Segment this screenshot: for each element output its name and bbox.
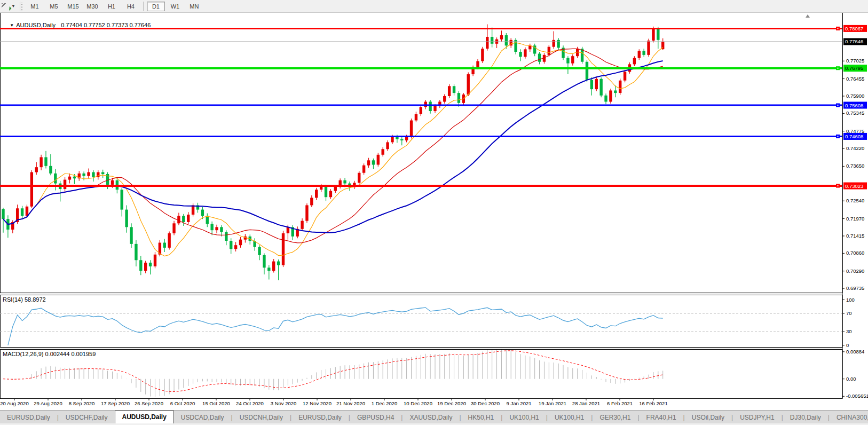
candle-body bbox=[571, 56, 574, 63]
chart-tab-eurusd-daily[interactable]: EURUSD,Daily bbox=[0, 412, 57, 423]
candle-body bbox=[234, 245, 237, 249]
candle-body bbox=[448, 86, 451, 96]
timeframe-button-mn[interactable]: MN bbox=[185, 2, 203, 11]
timeframe-button-m15[interactable]: M15 bbox=[64, 2, 82, 11]
candle-body bbox=[163, 243, 166, 248]
candle-body bbox=[2, 209, 4, 219]
candle-body bbox=[49, 166, 52, 174]
candle-body bbox=[405, 137, 408, 140]
candle-body bbox=[35, 167, 38, 172]
macd-tick-label: 0.00 bbox=[846, 376, 856, 382]
candle-body bbox=[320, 186, 322, 190]
candle-body bbox=[30, 172, 33, 207]
chart-tab-uk100-h1[interactable]: UK100,H1 bbox=[548, 412, 591, 423]
panel-splitter[interactable] bbox=[0, 293, 842, 295]
candle-body bbox=[362, 166, 365, 173]
candle-body bbox=[125, 210, 128, 227]
candle-body bbox=[538, 54, 541, 62]
candle-body bbox=[68, 177, 71, 180]
candle-body bbox=[604, 96, 607, 102]
chart-tab-china300-h1[interactable]: CHINA300,H1 bbox=[830, 412, 868, 423]
timeframe-button-w1[interactable]: W1 bbox=[166, 2, 184, 11]
timeframe-button-m1[interactable]: M1 bbox=[26, 2, 44, 11]
date-tick-label: 29 Aug 2020 bbox=[34, 400, 62, 406]
chart-tab-usdjpy-h1[interactable]: USDJPY,H1 bbox=[733, 412, 781, 423]
candle-body bbox=[263, 255, 265, 267]
chart-tab-fra40-h1[interactable]: FRA40,H1 bbox=[640, 412, 683, 423]
price-tick-label: 0.71415 bbox=[846, 233, 864, 239]
price-tick-label: 0.70860 bbox=[846, 250, 864, 256]
toolbar-grip[interactable] bbox=[20, 2, 23, 11]
chart-tab-usdchf-daily[interactable]: USDCHF,Daily bbox=[59, 412, 115, 423]
collapse-triangle-icon[interactable]: ▼ bbox=[10, 23, 14, 28]
price-tick-label: 0.72540 bbox=[846, 198, 864, 203]
candle-body bbox=[433, 106, 436, 111]
chart-tab-ger30-h1[interactable]: GER30,H1 bbox=[593, 412, 637, 423]
date-tick-label: 8 Sep 2020 bbox=[69, 400, 95, 406]
timeframe-button-h1[interactable]: H1 bbox=[102, 2, 121, 11]
chart-tab-uk100-h1[interactable]: UK100,H1 bbox=[502, 412, 546, 423]
date-tick-label: 24 Oct 2020 bbox=[236, 400, 264, 406]
chart-canvas[interactable]: 0.770250.764550.759000.753450.747750.742… bbox=[0, 0, 868, 425]
candle-body bbox=[287, 227, 289, 233]
candle-body bbox=[491, 37, 493, 44]
candle-body bbox=[192, 205, 194, 215]
macd-panel[interactable] bbox=[1, 350, 843, 399]
candle-body bbox=[633, 58, 636, 65]
candle-body bbox=[372, 160, 375, 164]
rsi-panel[interactable] bbox=[1, 295, 843, 348]
candle-body bbox=[647, 41, 650, 55]
candle-body bbox=[624, 72, 626, 80]
candle-body bbox=[505, 35, 508, 45]
candle-body bbox=[230, 241, 232, 249]
chart-tab-audusd-daily[interactable]: AUDUSD,Daily bbox=[115, 411, 174, 423]
candle-body bbox=[599, 79, 602, 96]
rsi-tick-label: 70 bbox=[846, 310, 852, 316]
candle-body bbox=[391, 137, 393, 143]
timeframe-button-m5[interactable]: M5 bbox=[45, 2, 63, 11]
candle-body bbox=[566, 58, 569, 64]
level-price-box-text: 0.73023 bbox=[845, 183, 863, 189]
candle-body bbox=[215, 227, 218, 230]
candle-body bbox=[130, 227, 132, 244]
date-tick-label: 10 Dec 2020 bbox=[404, 400, 432, 406]
main-panel[interactable] bbox=[1, 13, 843, 293]
candle-body bbox=[638, 51, 641, 58]
rsi-tick-label: 100 bbox=[846, 297, 855, 303]
candle-body bbox=[642, 51, 645, 55]
chart-tab-bar: EURUSD,Daily|USDCHF,DailyAUDUSD,DailyUSD… bbox=[0, 410, 868, 423]
price-tick-label: 0.75345 bbox=[846, 110, 864, 116]
timeframe-button-m30[interactable]: M30 bbox=[83, 2, 101, 11]
candle-body bbox=[282, 233, 285, 265]
chart-tab-usdcnh-daily[interactable]: USDCNH,Daily bbox=[233, 412, 290, 423]
timeframe-button-h4[interactable]: H4 bbox=[122, 2, 140, 11]
chart-tool-icon[interactable] bbox=[1, 2, 11, 11]
candle-body bbox=[168, 233, 170, 248]
toolbar: ▼ M1M5M15M30H1H4D1W1MN bbox=[0, 0, 868, 13]
panel-splitter[interactable] bbox=[0, 348, 842, 349]
candle-body bbox=[258, 247, 261, 255]
candle-body bbox=[657, 29, 659, 40]
timeframe-button-d1[interactable]: D1 bbox=[147, 2, 165, 11]
candle-body bbox=[82, 174, 85, 176]
candle-body bbox=[343, 180, 346, 184]
candle-body bbox=[206, 216, 209, 224]
chart-tab-usdcad-daily[interactable]: USDCAD,Daily bbox=[174, 412, 231, 423]
date-tick-label: 15 Oct 2020 bbox=[202, 400, 230, 406]
candle-body bbox=[187, 215, 190, 222]
candle-body bbox=[277, 262, 280, 265]
date-tick-label: 26 Sep 2020 bbox=[135, 400, 163, 406]
chart-tab-dj30-daily[interactable]: DJ30,Daily bbox=[783, 412, 828, 423]
chart-tab-gbpusd-h4[interactable]: GBPUSD,H4 bbox=[350, 412, 401, 423]
chart-tab-usoil-daily[interactable]: USOil,Daily bbox=[685, 412, 731, 423]
chart-tab-eurusd-daily[interactable]: EURUSD,Daily bbox=[291, 412, 349, 423]
date-tick-label: 19 Jan 2021 bbox=[539, 400, 566, 406]
candle-body bbox=[443, 96, 446, 102]
candle-body bbox=[21, 208, 23, 216]
chart-tab-xauusd-daily[interactable]: XAUUSD,Daily bbox=[403, 412, 459, 423]
chart-tab-hk50-h1[interactable]: HK50,H1 bbox=[461, 412, 501, 423]
candle-body bbox=[135, 244, 137, 260]
candle-body bbox=[386, 142, 389, 149]
chevron-down-icon[interactable]: ▼ bbox=[11, 4, 15, 9]
current-price-box-text: 0.77646 bbox=[845, 38, 863, 44]
